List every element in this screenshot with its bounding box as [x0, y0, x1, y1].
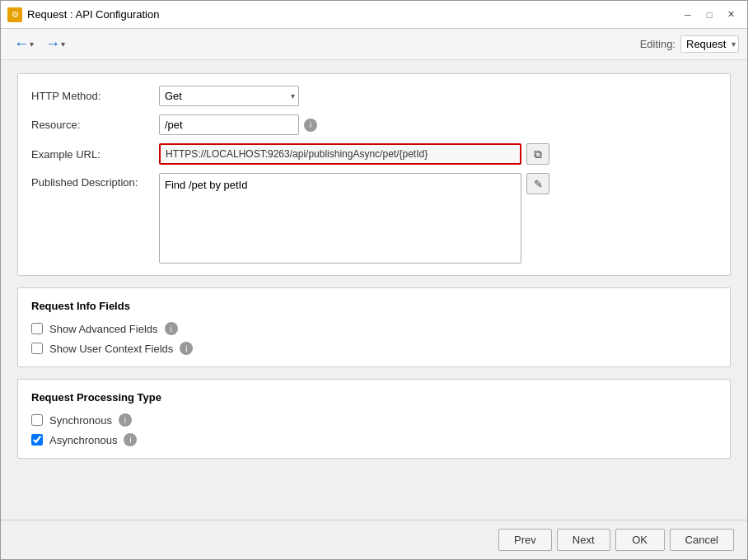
http-method-select-wrap: Get Post Put Delete Patch	[159, 86, 299, 106]
published-desc-row: Published Description: Find /pet by petI…	[31, 173, 717, 264]
http-method-dropdown[interactable]: Get Post Put Delete Patch	[159, 86, 299, 106]
edit-desc-button[interactable]: ✎	[526, 173, 549, 194]
request-processing-title: Request Processing Type	[31, 391, 717, 404]
request-processing-panel: Request Processing Type Synchronous i As…	[17, 379, 731, 459]
resource-info-icon: i	[304, 119, 317, 132]
example-url-row: Example URL: ⧉	[31, 143, 717, 165]
http-method-row: HTTP Method: Get Post Put Delete Patch	[31, 86, 717, 106]
asynchronous-info-icon: i	[124, 433, 137, 446]
main-window: ⚙ Request : API Configuration ─ □ ✕ ← ▾ …	[0, 0, 748, 560]
advanced-info-icon: i	[165, 322, 178, 335]
back-button[interactable]: ← ▾	[9, 32, 39, 56]
close-button[interactable]: ✕	[721, 7, 741, 23]
editing-select-wrap: Request	[680, 35, 739, 53]
synchronous-checkbox[interactable]	[31, 414, 43, 426]
prev-button[interactable]: Prev	[498, 529, 552, 551]
window-controls: ─ □ ✕	[678, 7, 741, 23]
forward-icon: →	[45, 35, 60, 53]
back-dropdown-icon[interactable]: ▾	[30, 40, 34, 49]
minimize-button[interactable]: ─	[678, 7, 698, 23]
toolbar-editing: Editing: Request	[640, 35, 739, 53]
show-advanced-row: Show Advanced Fields i	[31, 322, 717, 335]
cancel-button[interactable]: Cancel	[670, 529, 734, 551]
asynchronous-row: Asynchronous i	[31, 433, 717, 446]
published-desc-textarea[interactable]: Find /pet by petId	[159, 173, 521, 264]
editing-dropdown[interactable]: Request	[680, 35, 739, 53]
toolbar: ← ▾ → ▾ Editing: Request	[1, 29, 747, 60]
user-context-info-icon: i	[180, 342, 193, 355]
main-form-panel: HTTP Method: Get Post Put Delete Patch	[17, 73, 731, 276]
content-area: HTTP Method: Get Post Put Delete Patch	[1, 60, 747, 520]
synchronous-row: Synchronous i	[31, 413, 717, 427]
next-button[interactable]: Next	[557, 529, 610, 551]
forward-dropdown-icon[interactable]: ▾	[61, 40, 65, 49]
asynchronous-label[interactable]: Asynchronous	[49, 434, 117, 446]
show-advanced-label[interactable]: Show Advanced Fields	[49, 323, 158, 335]
published-desc-label: Published Description:	[31, 173, 159, 189]
ok-button[interactable]: OK	[615, 529, 665, 551]
example-url-input[interactable]	[159, 143, 521, 165]
title-bar-left: ⚙ Request : API Configuration	[7, 7, 159, 22]
resource-control: i	[159, 114, 717, 135]
published-desc-control: Find /pet by petId ✎	[159, 173, 717, 264]
back-icon: ←	[14, 35, 29, 53]
show-user-context-label[interactable]: Show User Context Fields	[49, 343, 173, 355]
copy-url-button[interactable]: ⧉	[526, 143, 549, 165]
show-advanced-checkbox[interactable]	[31, 323, 43, 334]
edit-icon: ✎	[534, 178, 543, 190]
editing-label: Editing:	[640, 38, 676, 50]
resource-input[interactable]	[159, 114, 299, 135]
title-bar: ⚙ Request : API Configuration ─ □ ✕	[1, 1, 747, 29]
resource-label: Resource:	[31, 119, 159, 131]
footer: Prev Next OK Cancel	[1, 520, 747, 559]
request-info-title: Request Info Fields	[31, 300, 717, 312]
http-method-label: HTTP Method:	[31, 90, 159, 102]
show-user-context-row: Show User Context Fields i	[31, 342, 717, 355]
toolbar-nav: ← ▾ → ▾	[9, 32, 70, 56]
window-title: Request : API Configuration	[27, 8, 159, 21]
example-url-label: Example URL:	[31, 148, 159, 161]
show-user-context-checkbox[interactable]	[31, 343, 43, 354]
example-url-control: ⧉	[159, 143, 717, 165]
copy-icon: ⧉	[534, 147, 542, 161]
app-icon: ⚙	[7, 7, 22, 22]
synchronous-label[interactable]: Synchronous	[49, 414, 112, 427]
maximize-button[interactable]: □	[699, 7, 719, 23]
synchronous-info-icon: i	[119, 413, 132, 427]
asynchronous-checkbox[interactable]	[31, 434, 43, 446]
http-method-control: Get Post Put Delete Patch	[159, 86, 717, 106]
request-info-panel: Request Info Fields Show Advanced Fields…	[17, 287, 731, 367]
forward-button[interactable]: → ▾	[40, 32, 70, 56]
resource-row: Resource: i	[31, 114, 717, 135]
